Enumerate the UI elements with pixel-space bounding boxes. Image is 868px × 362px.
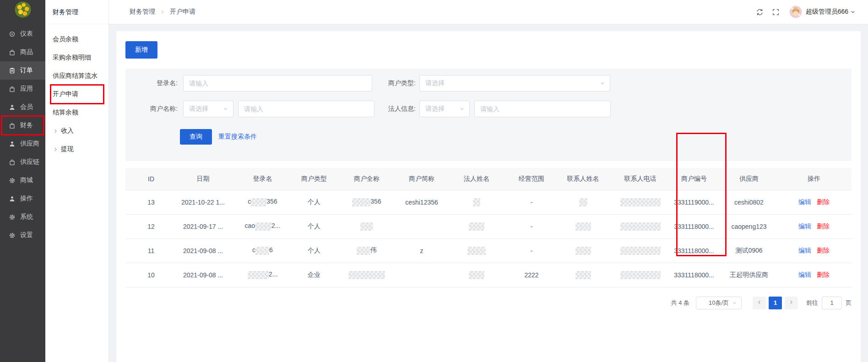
sidebar-item-goods[interactable]: 商品 bbox=[0, 43, 45, 61]
person-icon bbox=[9, 140, 16, 147]
merchant-type-select[interactable]: 请选择 bbox=[419, 75, 610, 92]
submenu-item-member-balance[interactable]: 会员余额 bbox=[45, 30, 108, 49]
merchant-name-select[interactable]: 请选择 bbox=[183, 101, 233, 117]
refresh-icon[interactable] bbox=[754, 6, 766, 18]
redacted-blur bbox=[251, 198, 266, 206]
merchant-type-label: 商户类型: bbox=[381, 79, 416, 87]
legal-info-label: 法人信息: bbox=[381, 105, 416, 113]
bag-icon bbox=[9, 159, 16, 166]
sub-sidebar: 财务管理 会员余额采购余额明细供应商结算流水开户申请结算余额收入提现 bbox=[45, 0, 109, 362]
user-avatar[interactable] bbox=[789, 5, 802, 18]
column-header[interactable]: 登录名 bbox=[229, 168, 296, 190]
add-button[interactable]: 新增 bbox=[125, 41, 157, 59]
column-header[interactable]: 商户简称 bbox=[401, 168, 442, 190]
user-name[interactable]: 超级管理员666 bbox=[806, 8, 848, 16]
logo-avatar[interactable] bbox=[14, 1, 32, 18]
redacted-blur bbox=[255, 247, 269, 255]
sidebar-item-label: 操作 bbox=[20, 195, 33, 203]
chevron-left-icon bbox=[756, 299, 762, 307]
filter-row-1: 登录名: 商户类型: 请选择 bbox=[132, 75, 852, 92]
sidebar-item-orders[interactable]: 订单 bbox=[0, 61, 45, 80]
cell-phone bbox=[614, 263, 667, 287]
goto-page: 前往 页 bbox=[806, 297, 852, 309]
sidebar-item-members[interactable]: 会员 bbox=[0, 98, 45, 116]
edit-link[interactable]: 编辑 bbox=[798, 247, 811, 254]
column-header[interactable]: 联系人姓名 bbox=[552, 168, 614, 190]
redacted-blur bbox=[357, 247, 370, 255]
submenu-item-label: 采购余额明细 bbox=[53, 54, 91, 62]
delete-link[interactable]: 删除 bbox=[817, 198, 830, 205]
filter-actions: 查询 重置搜索条件 bbox=[180, 129, 852, 145]
cell-supplier: 王起明供应商 bbox=[722, 263, 776, 287]
legal-info-input[interactable] bbox=[474, 101, 611, 117]
filter-row-2: 商户名称: 请选择 法人信息: bbox=[132, 101, 852, 117]
table-row: 112021-09-08 ...c6个人伟z-3331118000...测试09… bbox=[125, 238, 852, 263]
chevron-down-icon bbox=[599, 80, 606, 86]
login-input[interactable] bbox=[183, 75, 372, 92]
column-header[interactable]: 法人姓名 bbox=[442, 168, 511, 190]
search-button[interactable]: 查询 bbox=[180, 129, 212, 145]
page-size-value: 10条/页 bbox=[709, 299, 729, 307]
chevron-right-icon bbox=[788, 299, 794, 307]
chevron-down-icon bbox=[222, 106, 229, 112]
merchant-name-input[interactable] bbox=[238, 101, 374, 117]
column-header[interactable]: 商户全称 bbox=[332, 168, 401, 190]
delete-link[interactable]: 删除 bbox=[817, 222, 830, 230]
submenu-item-account-opening[interactable]: 开户申请 bbox=[45, 85, 108, 103]
column-header[interactable]: 联系人电话 bbox=[614, 168, 667, 190]
goto-page-input[interactable] bbox=[822, 297, 842, 309]
edit-link[interactable]: 编辑 bbox=[798, 198, 811, 205]
delete-link[interactable]: 删除 bbox=[817, 247, 830, 254]
cell-phone bbox=[614, 190, 667, 214]
column-header[interactable]: 经营范围 bbox=[511, 168, 552, 190]
submenu-item-purchase-balance-detail[interactable]: 采购余额明细 bbox=[45, 49, 108, 67]
submenu-item-label: 提现 bbox=[61, 145, 74, 153]
sidebar-item-dashboard[interactable]: 仪表 bbox=[0, 25, 45, 43]
cell-id: 11 bbox=[125, 238, 177, 263]
sidebar-item-apps[interactable]: 应用 bbox=[0, 80, 45, 98]
submenu-item-supplier-settlement-flow[interactable]: 供应商结算流水 bbox=[45, 67, 108, 85]
submenu-item-withdraw[interactable]: 提现 bbox=[45, 140, 108, 158]
submenu-item-income[interactable]: 收入 bbox=[45, 122, 108, 140]
page-button-1[interactable]: 1 bbox=[769, 297, 782, 309]
chevron-down-icon bbox=[732, 300, 738, 306]
delete-link[interactable]: 删除 bbox=[817, 271, 830, 278]
redacted-blur bbox=[575, 222, 591, 231]
sidebar-item-suppliers[interactable]: 供应商 bbox=[0, 135, 45, 153]
cell-id: 13 bbox=[125, 190, 177, 214]
sidebar-item-finance[interactable]: 财务 bbox=[0, 116, 45, 135]
submenu-item-settlement-balance[interactable]: 结算余额 bbox=[45, 103, 108, 122]
goto-label: 前往 bbox=[806, 299, 818, 307]
sidebar-item-system[interactable]: 系统 bbox=[0, 208, 45, 226]
submenu-item-label: 供应商结算流水 bbox=[53, 72, 98, 80]
chevron-down-icon bbox=[459, 106, 465, 112]
column-header[interactable]: 操作 bbox=[776, 168, 852, 190]
legal-info-select[interactable]: 请选择 bbox=[419, 101, 470, 117]
cell-date: 2021-09-08 ... bbox=[177, 238, 229, 263]
edit-link[interactable]: 编辑 bbox=[798, 222, 811, 230]
next-page-button[interactable] bbox=[785, 297, 798, 309]
column-header[interactable]: 商户类型 bbox=[296, 168, 332, 190]
gauge-icon bbox=[9, 31, 16, 38]
column-header[interactable]: 日期 bbox=[177, 168, 229, 190]
reset-search-link[interactable]: 重置搜索条件 bbox=[218, 133, 257, 141]
column-header[interactable]: 供应商 bbox=[722, 168, 776, 190]
column-header[interactable]: 商户编号 bbox=[667, 168, 722, 190]
prev-page-button[interactable] bbox=[753, 297, 766, 309]
cell-scope: 2222 bbox=[511, 263, 552, 287]
fullscreen-icon[interactable] bbox=[770, 6, 782, 18]
chevron-down-icon[interactable] bbox=[850, 9, 856, 15]
page-size-select[interactable]: 10条/页 bbox=[696, 297, 742, 309]
pagination-total: 共 4 条 bbox=[671, 299, 689, 307]
sidebar-item-settings[interactable]: 设置 bbox=[0, 226, 45, 244]
legal-info-select-placeholder: 请选择 bbox=[425, 105, 445, 113]
edit-link[interactable]: 编辑 bbox=[798, 271, 811, 278]
sidebar-item-supply-chain[interactable]: 供应链 bbox=[0, 153, 45, 171]
sidebar-item-operations[interactable]: 操作 bbox=[0, 189, 45, 208]
sidebar-item-mall[interactable]: 商城 bbox=[0, 171, 45, 189]
filter-panel: 登录名: 商户类型: 请选择 bbox=[125, 69, 852, 161]
cell-short_name bbox=[401, 214, 442, 238]
column-header[interactable]: ID bbox=[125, 168, 177, 190]
cell-short_name: ceshi12356 bbox=[401, 190, 442, 214]
breadcrumb-item-finance[interactable]: 财务管理 bbox=[130, 8, 155, 16]
